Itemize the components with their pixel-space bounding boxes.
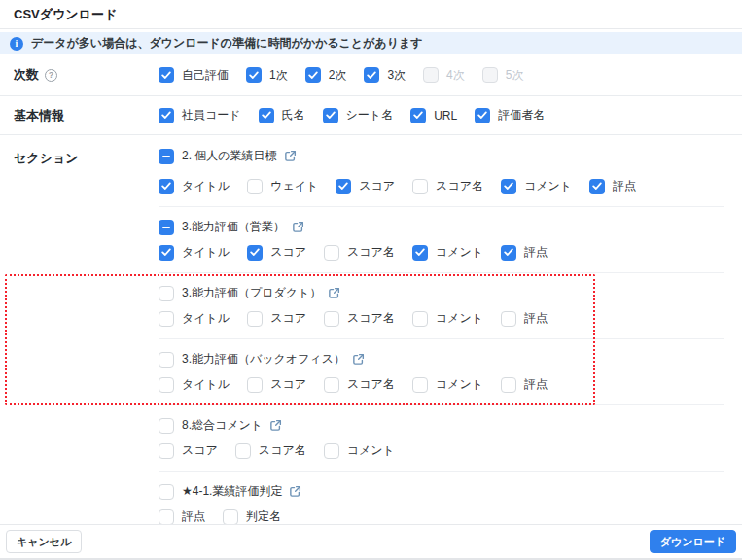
section-checkbox[interactable] [159,149,174,164]
option-checkbox[interactable]: 判定名 [223,508,281,525]
checkbox-box[interactable] [501,311,516,327]
option-checkbox[interactable]: シート名 [323,107,394,123]
checkbox-box[interactable] [305,67,321,83]
checkbox-box[interactable] [501,377,516,393]
checkbox-box[interactable] [235,443,251,459]
checkbox-box[interactable] [159,179,174,194]
checkbox-box[interactable] [364,67,379,83]
checkbox-box[interactable] [247,179,263,194]
checkbox-box[interactable] [159,418,174,434]
option-checkbox[interactable]: 2次 [305,67,347,84]
checkbox-box[interactable] [159,149,174,164]
option-checkbox[interactable]: スコア名 [324,310,395,327]
checkbox-box[interactable] [246,67,262,83]
download-button[interactable]: ダウンロード [650,530,736,553]
option-checkbox[interactable]: 評点 [501,376,548,393]
option-checkbox[interactable]: タイトル [159,178,230,194]
option-checkbox[interactable]: 3次 [364,67,406,84]
checkbox-box[interactable] [159,311,174,327]
option-checkbox[interactable]: 評点 [589,178,636,194]
checkbox-box[interactable] [501,245,516,261]
cancel-button[interactable]: キャンセル [6,530,82,553]
option-checkbox[interactable]: タイトル [159,244,230,261]
option-checkbox[interactable]: 自己評価 [159,67,229,84]
external-link-icon[interactable] [352,353,365,366]
checkbox-box[interactable] [324,311,339,327]
option-checkbox[interactable]: スコア [247,376,306,393]
section-group: 3.能力評価（バックオフィス）タイトルスコアスコア名コメント評点 [159,339,724,405]
checkbox-box[interactable] [159,443,174,459]
checkbox-box[interactable] [159,108,174,123]
section-checkbox[interactable] [159,220,174,235]
checkbox-box[interactable] [323,108,338,123]
checkbox-box[interactable] [247,245,263,261]
checkbox-box[interactable] [324,443,339,459]
option-checkbox[interactable]: コメント [501,178,572,194]
checkbox-box[interactable] [475,108,490,123]
checkbox-box[interactable] [159,220,174,235]
external-link-icon[interactable] [328,287,340,299]
section-checkbox[interactable] [159,418,174,434]
option-checkbox[interactable]: ウェイト [247,178,318,194]
checkbox-label: スコア名 [347,376,395,393]
option-checkbox[interactable]: 評点 [159,508,205,525]
checkbox-box[interactable] [324,245,339,261]
option-checkbox[interactable]: スコア名 [412,178,483,194]
checkbox-box[interactable] [589,179,605,194]
checkbox-box[interactable] [159,286,174,301]
option-checkbox[interactable]: 評価者名 [475,107,545,123]
option-checkbox[interactable]: 評点 [501,244,548,261]
section-checkbox[interactable] [159,352,174,368]
option-checkbox[interactable]: スコア [336,178,395,194]
option-checkbox[interactable]: スコア [247,244,306,261]
option-checkbox[interactable]: コメント [412,244,483,261]
section-checkbox[interactable] [159,286,174,301]
option-checkbox[interactable]: URL [410,108,457,123]
checkbox-label: 評点 [613,178,636,194]
checkbox-box[interactable] [412,311,428,327]
option-checkbox[interactable]: 1次 [246,67,288,84]
checkbox-box[interactable] [223,509,238,525]
check-icon [326,111,336,120]
option-checkbox[interactable]: 評点 [501,310,548,327]
checkbox-box[interactable] [159,377,174,393]
option-checkbox[interactable]: スコア名 [235,442,306,459]
option-checkbox[interactable]: スコア [247,310,306,327]
checkbox-box[interactable] [412,179,428,194]
external-link-icon[interactable] [269,419,282,432]
checkbox-box[interactable] [259,108,274,123]
check-icon [262,111,271,120]
external-link-icon[interactable] [292,221,304,233]
checkbox-box[interactable] [412,245,428,261]
option-checkbox[interactable]: コメント [412,376,483,393]
option-checkbox[interactable]: スコア [159,442,218,459]
checkbox-box[interactable] [159,67,174,83]
external-link-icon[interactable] [289,485,301,498]
checkbox-box[interactable] [159,509,174,525]
checkbox-box[interactable] [501,179,516,194]
external-link-icon[interactable] [284,150,297,162]
checkbox-box[interactable] [324,377,339,393]
option-checkbox[interactable]: スコア名 [324,244,395,261]
checkbox-box[interactable] [247,311,263,327]
help-icon[interactable]: ? [45,69,57,82]
section-header: 3.能力評価（営業） [159,219,724,235]
option-checkbox[interactable]: コメント [324,442,395,459]
checkbox-box[interactable] [336,179,351,194]
checkbox-box[interactable] [410,108,426,123]
option-checkbox[interactable]: スコア名 [324,376,395,393]
checkbox-label: スコア名 [259,442,306,459]
option-checkbox[interactable]: タイトル [159,310,230,327]
checkbox-box[interactable] [247,377,263,393]
checkbox-box[interactable] [412,377,428,393]
option-checkbox[interactable]: 社員コード [159,107,241,123]
checkbox-box[interactable] [159,245,174,261]
option-checkbox[interactable]: コメント [412,310,483,327]
option-checkbox[interactable]: 氏名 [259,107,305,123]
section-checkbox[interactable] [159,484,174,500]
checkbox-box[interactable] [159,352,174,368]
option-checkbox[interactable]: タイトル [159,376,230,393]
checkbox-box[interactable] [159,484,174,500]
section-title: ★4-1.業績評価判定 [182,483,282,500]
section-header: 3.能力評価（バックオフィス） [159,351,724,368]
